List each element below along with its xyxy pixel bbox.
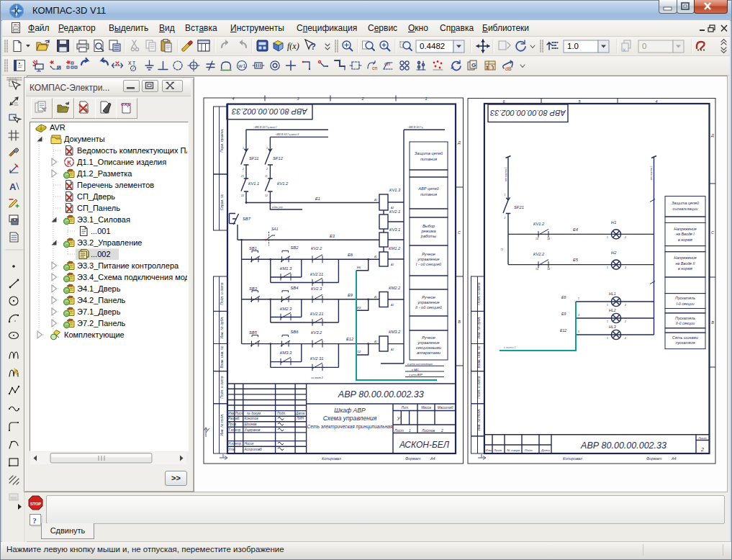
svg-text:А2: А2 [390,207,394,209]
svg-text:Лист: Лист [394,428,404,433]
svg-text:Изм.: Изм. [228,412,235,415]
svg-text:II-й секции: II-й секции [676,321,695,325]
svg-text:Астроповб: Астроповб [244,448,263,451]
svg-text:СП_Панель: СП_Панель [77,204,120,212]
svg-text:2: 2 [624,236,626,239]
svg-text:Е6: Е6 [561,295,566,299]
svg-text:А2: А2 [390,304,394,307]
svg-text:Н.контр.: Н.контр. [228,442,242,446]
svg-text:exp: exp [121,101,131,107]
svg-text:SF11: SF11 [249,156,258,161]
svg-text:22: 22 [240,194,244,197]
svg-text:Шкаф АВР: Шкаф АВР [334,407,366,414]
svg-text:А2: А2 [390,348,394,351]
svg-text:Подп. и дата: Подп. и дата [476,376,481,399]
svg-text:КV2.11: КV2.11 [310,272,323,276]
svg-text:Подп.: Подп. [525,448,533,452]
svg-text:2: 2 [624,304,626,307]
svg-text:в норме: в норме [678,238,692,242]
svg-text:Шоинав: Шоинав [245,423,257,426]
svg-text:в норме: в норме [678,266,692,271]
svg-text:SB7: SB7 [243,217,251,221]
svg-text:Комплектующие: Комплектующие [64,330,125,339]
svg-text:А1: А1 [374,256,377,258]
svg-text:Е9: Е9 [561,312,566,316]
svg-text:SB1: SB1 [249,246,257,250]
svg-text:управление: управление [417,340,439,345]
svg-text:КV2.21: КV2.21 [310,312,324,316]
svg-text:АСКОН-БЕЛ: АСКОН-БЕЛ [399,440,450,450]
svg-text:Сеть шинами: Сеть шинами [672,335,698,340]
svg-text:Масса: Масса [421,406,431,410]
svg-text:на лист 2: на лист 2 [311,376,323,379]
svg-text:КМ3.2: КМ3.2 [389,330,401,334]
svg-text:АВР 80.00.00.002.33: АВР 80.00.00.002.33 [338,389,424,399]
svg-text:Взам. инв. №: Взам. инв. № [476,346,481,369]
svg-text:Лист: Лист [697,436,707,440]
svg-text:питания: питания [420,192,437,197]
svg-text:АВР цепей: АВР цепей [417,186,438,191]
svg-text:КV1.2: КV1.2 [533,222,545,226]
svg-text:АВР 80.00.00.002.33: АВР 80.00.00.002.33 [489,109,566,117]
svg-text:Е4: Е4 [573,227,578,232]
svg-text:Напряжение: Напряжение [674,227,696,231]
svg-text:~380 В 50 Гц ввод II: ~380 В 50 Гц ввод II [275,133,299,136]
svg-text:1: 1 [607,236,608,239]
svg-text:Е9: Е9 [357,306,361,310]
svg-text:от листа 1: от листа 1 [650,166,653,180]
svg-text:сеть упр.: сеть упр. [272,206,284,209]
svg-text:1: 1 [607,320,608,323]
svg-text:Инв. № дубл.: Инв. № дубл. [476,317,481,339]
svg-text:Ручное: Ручное [422,252,435,256]
svg-text:1: 1 [578,297,579,300]
svg-text:5: 5 [578,330,579,333]
svg-text:Дата: Дата [541,448,550,452]
svg-text:Е5: Е5 [573,258,579,262]
svg-text:Сеть электрическая принципиаль: Сеть электрическая принципиальная [307,424,393,430]
svg-text:2: 2 [242,168,244,171]
svg-text:1: 1 [607,266,608,269]
svg-text:КV3.1: КV3.1 [389,227,400,232]
svg-text:КV1.3: КV1.3 [389,188,401,192]
svg-text:14: 14 [547,268,550,271]
svg-text:Изм.: Изм. [486,448,492,452]
svg-text:КV2.3: КV2.3 [311,286,322,291]
svg-text:Разраб.: Разраб. [228,417,240,420]
svg-text:Подп.: Подп. [277,412,286,415]
svg-text:Е6: Е6 [357,266,361,269]
svg-text:КV1.1: КV1.1 [248,181,259,186]
svg-text:Е9: Е9 [348,293,353,297]
svg-text:на Вводе II: на Вводе II [675,261,695,266]
svg-text:СП_Дверь: СП_Дверь [77,192,115,201]
svg-text:Дата: Дата [295,412,305,415]
svg-text:В: В [458,320,461,324]
svg-text:2: 2 [504,217,506,220]
svg-text:21: 21 [240,175,244,178]
svg-text:Н2: Н2 [611,250,617,255]
svg-text:AVR: AVR [50,123,65,132]
svg-text:SF12: SF12 [273,156,284,161]
svg-text:1: 1 [243,147,244,150]
svg-text:Инв. № дубл.: Инв. № дубл. [220,317,224,339]
svg-text:4: 4 [232,96,234,101]
svg-text:А1: А1 [374,296,377,299]
svg-text:Взам. инв. №: Взам. инв. № [220,346,224,369]
svg-text:14: 14 [547,238,550,240]
svg-text:13: 13 [536,238,538,240]
svg-text:2: 2 [440,428,443,433]
svg-text:Э4.1_Дверь: Э4.1_Дверь [77,284,121,293]
svg-text:Лист: Лист [493,448,502,452]
svg-text:КV2.1: КV2.1 [389,209,400,214]
svg-text:НL3: НL3 [609,325,616,329]
svg-text:Копировал: Копировал [322,456,341,461]
svg-text:режима: режима [420,229,435,233]
svg-text:С: С [458,230,461,235]
svg-text:Документы: Документы [64,135,105,143]
svg-text:Е1: Е1 [315,197,320,201]
svg-text:с листа 1: с листа 1 [504,346,516,349]
svg-text:Защита цепей: Защита цепей [415,151,443,155]
svg-text:Копировал: Копировал [563,456,582,461]
svg-text:сигнализации: сигнализации [673,207,698,211]
svg-text:Подп. и дата: Подп. и дата [476,282,481,305]
svg-text:А4: А4 [671,456,677,461]
